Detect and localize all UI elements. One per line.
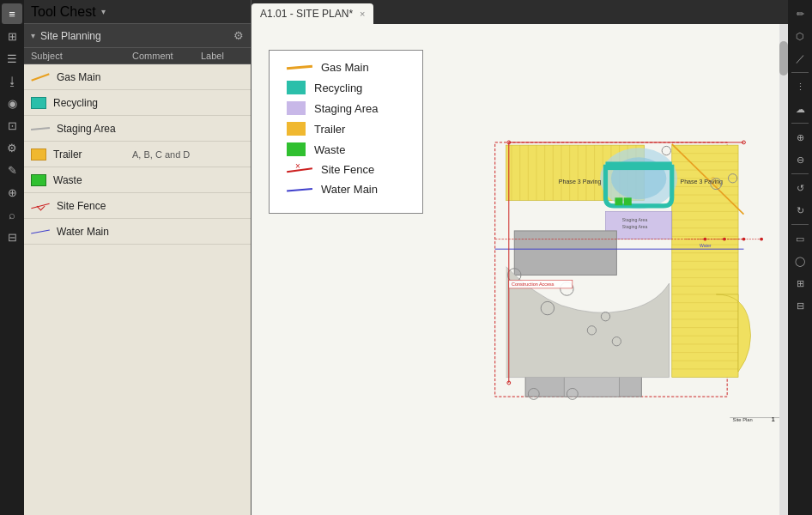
legend-gas-main-icon [287,65,312,70]
tool-chest-arrow[interactable]: ▾ [101,7,106,16]
legend-staging-icon [287,101,306,115]
col-subject: Subject [31,51,132,61]
svg-rect-54 [514,231,616,276]
right-tool-snap[interactable]: ⊞ [790,273,810,294]
trailer-comment: A, B, C and D [132,149,201,160]
drawing-area: Gas Main Recycling Staging Area Trailer … [251,24,788,515]
sidebar-icon-grid[interactable]: ⊞ [2,26,22,46]
list-item[interactable]: Gas Main [24,64,251,90]
item-subject-staging: Staging Area [31,123,132,135]
item-subject-site-fence: Site Fence [31,200,132,212]
legend-trailer-label: Trailer [314,123,345,136]
right-tool-circle[interactable]: ◯ [790,251,810,271]
legend-item-waste: Waste [287,142,405,156]
legend-recycling-label: Recycling [314,82,362,94]
legend-water-main-label: Water Main [321,183,378,196]
sidebar-icon-edit[interactable]: ✎ [2,160,22,180]
sidebar-icon-add[interactable]: ⊕ [2,182,22,203]
svg-text:Phase 3 Paving: Phase 3 Paving [559,179,602,185]
svg-text:Phase 3 Paving: Phase 3 Paving [680,179,723,185]
sidebar-icon-download[interactable]: ⭳ [2,70,22,91]
tool-chest-panel: Tool Chest ▾ ▾ Site Planning ⚙ Subject C… [24,0,251,515]
site-plan-tab[interactable]: A1.01 - SITE PLAN* × [251,3,373,24]
right-tool-cloud[interactable]: ☁ [790,99,810,119]
sidebar-icon-settings[interactable]: ⚙ [2,137,22,158]
sidebar-icon-list[interactable]: ☰ [2,48,22,69]
list-item[interactable]: Staging Area [24,116,251,142]
gas-main-icon [31,71,50,83]
tool-chest-header: Tool Chest ▾ [24,0,251,24]
tab-bar: A1.01 - SITE PLAN* × [251,0,788,24]
list-item[interactable]: Site Fence [24,193,251,219]
vertical-scrollbar[interactable] [779,24,788,515]
svg-point-84 [723,238,726,241]
site-planning-title: Site Planning [40,30,101,42]
site-fence-label: Site Fence [57,200,106,212]
left-sidebar: ≡ ⊞ ☰ ⭳ ◉ ⊡ ⚙ ✎ ⊕ ⌕ ⊟ [0,0,24,515]
legend-item-trailer: Trailer [287,122,405,136]
site-planning-arrow[interactable]: ▾ [31,31,35,40]
legend-item-gas-main: Gas Main [287,61,405,74]
items-list: Gas Main Recycling Staging Area [24,64,251,515]
legend-site-fence-icon [287,164,312,176]
right-tool-line[interactable]: ／ [790,48,810,69]
right-tool-undo[interactable]: ↺ [790,178,810,198]
legend-staging-label: Staging Area [314,102,378,115]
site-planning-left: ▾ Site Planning [31,30,101,42]
main-area: A1.01 - SITE PLAN* × Gas Main Recycling … [251,0,788,515]
right-tool-zoom-out[interactable]: ⊖ [790,149,810,170]
sidebar-icon-search[interactable]: ⌕ [2,204,22,225]
site-fence-icon [31,200,50,212]
right-tool-zoom-in[interactable]: ⊕ [790,127,810,148]
right-tool-measure[interactable]: ⊟ [790,295,810,316]
right-tool-divider-1 [791,72,809,73]
right-tool-pencil[interactable]: ✏ [790,3,810,24]
item-subject-water-main: Water Main [31,226,132,238]
item-subject-waste: Waste [31,174,132,186]
item-subject-gas-main: Gas Main [31,71,132,83]
svg-text:1: 1 [772,416,775,423]
svg-text:Staging Area: Staging Area [622,217,648,222]
trailer-label: Trailer [53,148,82,161]
col-comment: Comment [132,51,201,61]
right-tool-redo[interactable]: ↻ [790,200,810,221]
legend-water-main-icon [287,184,312,196]
legend-item-staging: Staging Area [287,101,405,115]
tab-close-button[interactable]: × [360,9,365,19]
legend-waste-icon [287,142,306,156]
tool-chest-title: Tool Chest [31,4,96,20]
sidebar-icon-stamp[interactable]: ⊡ [2,115,22,136]
list-item[interactable]: Water Main [24,219,251,245]
legend-gas-main-label: Gas Main [321,61,369,74]
list-item[interactable]: Waste [24,167,251,193]
right-tool-divider-2 [791,123,809,124]
right-tool-polygon[interactable]: ⬡ [790,26,810,46]
legend-item-recycling: Recycling [287,81,405,94]
staging-label: Staging Area [57,123,116,135]
sidebar-icon-user[interactable]: ◉ [2,93,22,113]
list-item[interactable]: Recycling [24,90,251,116]
right-tool-rect[interactable]: ▭ [790,228,810,249]
right-tool-divider-3 [791,173,809,174]
site-plan-svg: Staging Area Staging Area GAS Water [423,24,788,515]
water-main-icon [31,226,50,238]
staging-icon [31,123,50,135]
right-tool-dash[interactable]: ⋮ [790,76,810,97]
svg-rect-50 [606,161,672,170]
svg-rect-55 [615,197,622,205]
legend-item-water-main: Water Main [287,183,405,196]
recycling-icon [31,97,46,109]
water-main-label: Water Main [57,226,109,238]
gear-icon[interactable]: ⚙ [233,29,244,42]
sidebar-icon-minus[interactable]: ⊟ [2,227,22,247]
recycling-label: Recycling [53,97,98,109]
item-subject-recycling: Recycling [31,97,132,109]
trailer-icon [31,148,46,161]
scrollbar-thumb[interactable] [779,41,788,76]
gas-main-label: Gas Main [57,71,100,83]
svg-rect-56 [624,197,632,205]
list-item[interactable]: Trailer A, B, C and D [24,142,251,167]
site-planning-header: ▾ Site Planning ⚙ [24,24,251,48]
sidebar-icon-menu[interactable]: ≡ [2,3,22,24]
svg-point-86 [760,238,763,241]
